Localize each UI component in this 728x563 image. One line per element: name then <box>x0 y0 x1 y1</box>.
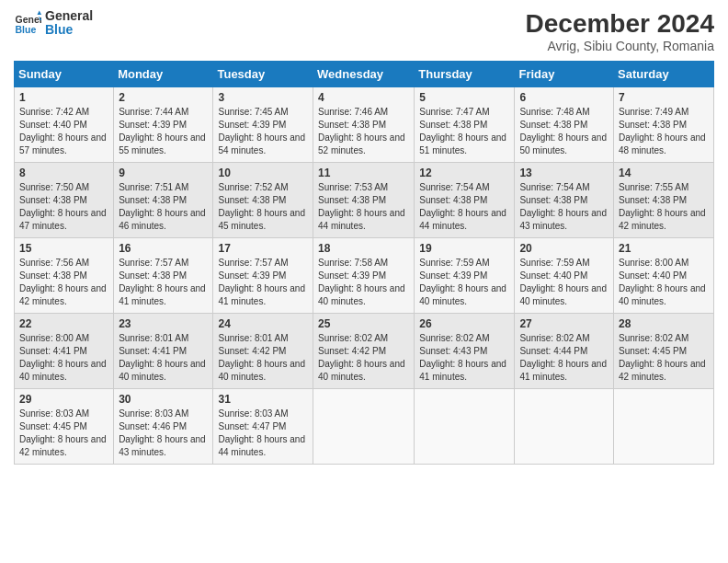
calendar-week-5: 29 Sunrise: 8:03 AMSunset: 4:45 PMDaylig… <box>15 389 714 465</box>
day-number: 11 <box>318 167 409 179</box>
day-info: Sunrise: 8:03 AMSunset: 4:47 PMDaylight:… <box>218 408 308 459</box>
day-number: 24 <box>218 317 308 330</box>
table-row: 10 Sunrise: 7:52 AMSunset: 4:38 PMDaylig… <box>213 163 313 238</box>
day-number: 8 <box>19 167 108 179</box>
day-number: 17 <box>218 242 308 255</box>
day-number: 28 <box>619 317 709 330</box>
day-number: 3 <box>218 91 308 104</box>
logo-line1: General <box>45 9 93 23</box>
day-info: Sunrise: 7:57 AMSunset: 4:39 PMDaylight:… <box>218 257 308 308</box>
table-row: 6 Sunrise: 7:48 AMSunset: 4:38 PMDayligh… <box>515 87 614 163</box>
table-row: 18 Sunrise: 7:58 AMSunset: 4:39 PMDaylig… <box>313 238 415 314</box>
day-number: 5 <box>419 91 509 104</box>
table-row: 29 Sunrise: 8:03 AMSunset: 4:45 PMDaylig… <box>15 389 114 465</box>
table-row: 30 Sunrise: 8:03 AMSunset: 4:46 PMDaylig… <box>114 389 213 465</box>
day-number: 15 <box>19 242 108 255</box>
day-info: Sunrise: 7:59 AMSunset: 4:39 PMDaylight:… <box>419 257 509 308</box>
table-row: 20 Sunrise: 7:59 AMSunset: 4:40 PMDaylig… <box>515 238 614 314</box>
col-sunday: Sunday <box>15 62 114 87</box>
table-row: 11 Sunrise: 7:53 AMSunset: 4:38 PMDaylig… <box>313 163 415 238</box>
day-info: Sunrise: 7:56 AMSunset: 4:38 PMDaylight:… <box>19 257 108 308</box>
day-number: 6 <box>519 91 609 104</box>
day-number: 12 <box>419 167 509 179</box>
main-title: December 2024 <box>526 9 714 39</box>
table-row: 5 Sunrise: 7:47 AMSunset: 4:38 PMDayligh… <box>415 87 515 163</box>
col-friday: Friday <box>515 62 614 87</box>
table-row: 24 Sunrise: 8:01 AMSunset: 4:42 PMDaylig… <box>213 314 313 389</box>
calendar-table: Sunday Monday Tuesday Wednesday Thursday… <box>14 61 714 465</box>
header: General Blue General Blue December 2024 … <box>14 9 714 53</box>
table-row: 13 Sunrise: 7:54 AMSunset: 4:38 PMDaylig… <box>515 163 614 238</box>
day-number: 23 <box>119 317 208 330</box>
day-info: Sunrise: 8:01 AMSunset: 4:42 PMDaylight:… <box>218 332 308 384</box>
day-info: Sunrise: 7:51 AMSunset: 4:38 PMDaylight:… <box>119 181 208 233</box>
table-row: 2 Sunrise: 7:44 AMSunset: 4:39 PMDayligh… <box>114 87 213 163</box>
day-info: Sunrise: 7:54 AMSunset: 4:38 PMDaylight:… <box>419 181 509 233</box>
table-row <box>515 389 614 465</box>
day-info: Sunrise: 7:48 AMSunset: 4:38 PMDaylight:… <box>519 106 609 157</box>
col-wednesday: Wednesday <box>313 62 415 87</box>
title-block: December 2024 Avrig, Sibiu County, Roman… <box>526 9 714 53</box>
day-number: 27 <box>519 317 609 330</box>
day-info: Sunrise: 7:54 AMSunset: 4:38 PMDaylight:… <box>519 181 609 233</box>
calendar-week-1: 1 Sunrise: 7:42 AMSunset: 4:40 PMDayligh… <box>15 87 714 163</box>
day-info: Sunrise: 7:49 AMSunset: 4:38 PMDaylight:… <box>619 106 709 157</box>
page: General Blue General Blue December 2024 … <box>0 0 728 563</box>
day-number: 25 <box>318 317 409 330</box>
day-number: 16 <box>119 242 208 255</box>
day-number: 29 <box>19 393 108 406</box>
logo: General Blue General Blue <box>14 9 93 38</box>
day-info: Sunrise: 7:46 AMSunset: 4:38 PMDaylight:… <box>318 106 409 157</box>
calendar-header-row: Sunday Monday Tuesday Wednesday Thursday… <box>15 62 714 87</box>
day-info: Sunrise: 7:53 AMSunset: 4:38 PMDaylight:… <box>318 181 409 233</box>
day-info: Sunrise: 8:01 AMSunset: 4:41 PMDaylight:… <box>119 332 208 384</box>
day-info: Sunrise: 8:03 AMSunset: 4:46 PMDaylight:… <box>119 408 208 459</box>
day-number: 19 <box>419 242 509 255</box>
day-info: Sunrise: 7:47 AMSunset: 4:38 PMDaylight:… <box>419 106 509 157</box>
table-row: 7 Sunrise: 7:49 AMSunset: 4:38 PMDayligh… <box>614 87 714 163</box>
day-number: 4 <box>318 91 409 104</box>
day-info: Sunrise: 7:59 AMSunset: 4:40 PMDaylight:… <box>519 257 609 308</box>
day-number: 18 <box>318 242 409 255</box>
table-row: 25 Sunrise: 8:02 AMSunset: 4:42 PMDaylig… <box>313 314 415 389</box>
table-row: 26 Sunrise: 8:02 AMSunset: 4:43 PMDaylig… <box>415 314 515 389</box>
day-info: Sunrise: 7:58 AMSunset: 4:39 PMDaylight:… <box>318 257 409 308</box>
day-info: Sunrise: 7:52 AMSunset: 4:38 PMDaylight:… <box>218 181 308 233</box>
table-row: 12 Sunrise: 7:54 AMSunset: 4:38 PMDaylig… <box>415 163 515 238</box>
day-info: Sunrise: 7:45 AMSunset: 4:39 PMDaylight:… <box>218 106 308 157</box>
table-row: 31 Sunrise: 8:03 AMSunset: 4:47 PMDaylig… <box>213 389 313 465</box>
col-thursday: Thursday <box>415 62 515 87</box>
calendar-week-2: 8 Sunrise: 7:50 AMSunset: 4:38 PMDayligh… <box>15 163 714 238</box>
table-row: 4 Sunrise: 7:46 AMSunset: 4:38 PMDayligh… <box>313 87 415 163</box>
col-tuesday: Tuesday <box>213 62 313 87</box>
day-number: 20 <box>519 242 609 255</box>
table-row <box>415 389 515 465</box>
logo-line2: Blue <box>45 23 93 37</box>
table-row: 28 Sunrise: 8:02 AMSunset: 4:45 PMDaylig… <box>614 314 714 389</box>
table-row: 22 Sunrise: 8:00 AMSunset: 4:41 PMDaylig… <box>15 314 114 389</box>
day-info: Sunrise: 8:02 AMSunset: 4:42 PMDaylight:… <box>318 332 409 384</box>
day-info: Sunrise: 7:44 AMSunset: 4:39 PMDaylight:… <box>119 106 208 157</box>
day-info: Sunrise: 8:03 AMSunset: 4:45 PMDaylight:… <box>19 408 108 459</box>
table-row: 1 Sunrise: 7:42 AMSunset: 4:40 PMDayligh… <box>15 87 114 163</box>
day-info: Sunrise: 7:50 AMSunset: 4:38 PMDaylight:… <box>19 181 108 233</box>
day-info: Sunrise: 8:02 AMSunset: 4:43 PMDaylight:… <box>419 332 509 384</box>
calendar-week-3: 15 Sunrise: 7:56 AMSunset: 4:38 PMDaylig… <box>15 238 714 314</box>
day-info: Sunrise: 8:02 AMSunset: 4:45 PMDaylight:… <box>619 332 709 384</box>
svg-text:Blue: Blue <box>16 24 37 35</box>
day-number: 26 <box>419 317 509 330</box>
table-row: 3 Sunrise: 7:45 AMSunset: 4:39 PMDayligh… <box>213 87 313 163</box>
table-row <box>614 389 714 465</box>
table-row: 17 Sunrise: 7:57 AMSunset: 4:39 PMDaylig… <box>213 238 313 314</box>
day-number: 14 <box>619 167 709 179</box>
day-info: Sunrise: 8:00 AMSunset: 4:41 PMDaylight:… <box>19 332 108 384</box>
day-info: Sunrise: 7:42 AMSunset: 4:40 PMDaylight:… <box>19 106 108 157</box>
day-number: 13 <box>519 167 609 179</box>
table-row: 23 Sunrise: 8:01 AMSunset: 4:41 PMDaylig… <box>114 314 213 389</box>
table-row: 9 Sunrise: 7:51 AMSunset: 4:38 PMDayligh… <box>114 163 213 238</box>
col-monday: Monday <box>114 62 213 87</box>
day-info: Sunrise: 8:02 AMSunset: 4:44 PMDaylight:… <box>519 332 609 384</box>
subtitle: Avrig, Sibiu County, Romania <box>526 39 714 53</box>
svg-marker-2 <box>38 11 42 16</box>
day-number: 1 <box>19 91 108 104</box>
